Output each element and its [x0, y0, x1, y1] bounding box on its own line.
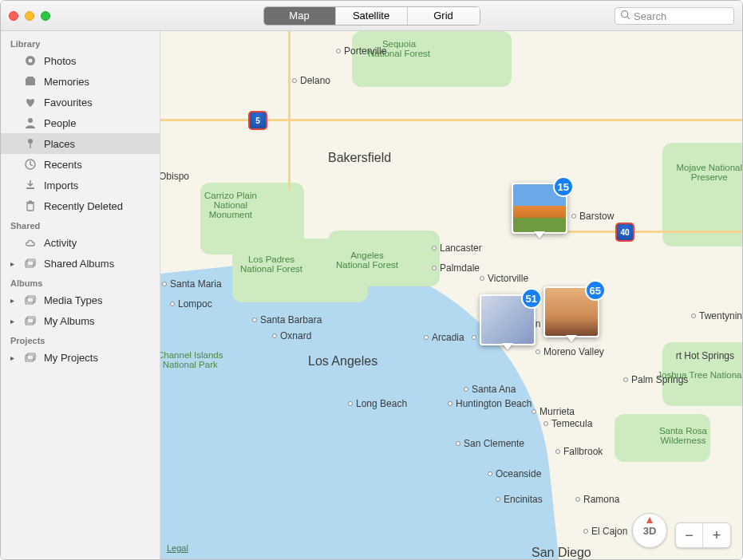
svg-rect-4: [26, 78, 35, 85]
svg-point-0: [622, 11, 628, 18]
search-field[interactable]: Search: [615, 7, 734, 25]
sidebar-item-favourites[interactable]: Favourites: [1, 92, 160, 112]
map-controls: 3D − +: [632, 513, 731, 548]
disclosure-triangle-icon[interactable]: ▸: [10, 259, 17, 268]
interstate-shield: 5: [248, 111, 267, 130]
legal-link[interactable]: Legal: [167, 543, 188, 553]
sidebar-item-label: Memories: [44, 76, 89, 88]
sidebar-item-label: My Projects: [44, 352, 98, 364]
sidebar-item-activity[interactable]: Activity: [1, 232, 160, 253]
city-label: Santa Barbara: [252, 314, 322, 325]
city-label: Fallbrook: [555, 446, 603, 457]
city-label: Lompoc: [170, 298, 212, 310]
sidebar-item-label: Places: [44, 138, 75, 150]
photo-cluster[interactable]: 65: [543, 286, 599, 337]
zoom-out-button[interactable]: −: [676, 523, 703, 547]
cluster-count-badge: 65: [585, 280, 606, 301]
sidebar-item-my-albums[interactable]: ▸ My Albums: [1, 310, 160, 331]
city-label: Palmdale: [432, 262, 480, 274]
sidebar-item-label: Photos: [44, 55, 76, 67]
map-view[interactable]: 5 40 SequoiaNational Forest Carrizo Plai…: [160, 31, 742, 559]
svg-rect-10: [26, 187, 34, 189]
sidebar-item-label: Activity: [44, 237, 77, 249]
map-road: [567, 231, 742, 233]
sidebar-item-label: Media Types: [44, 294, 102, 306]
sidebar-item-label: Recents: [44, 159, 82, 171]
city-label: Lancaster: [432, 243, 482, 254]
sidebar-section-projects: Projects: [1, 331, 160, 347]
minimize-window-button[interactable]: [25, 11, 34, 21]
city-label: Los Angeles: [308, 354, 377, 369]
photo-cluster[interactable]: 15: [512, 183, 567, 234]
sidebar-item-shared-albums[interactable]: ▸ Shared Albums: [1, 253, 160, 274]
compass-3d-button[interactable]: 3D: [632, 513, 667, 548]
download-icon: [23, 178, 38, 192]
cluster-count-badge: 51: [521, 288, 542, 309]
city-label: Encinitas: [496, 494, 543, 505]
fullscreen-window-button[interactable]: [41, 11, 50, 21]
sidebar-item-places[interactable]: Places: [1, 133, 160, 154]
sidebar-item-recently-deleted[interactable]: Recently Deleted: [1, 195, 160, 216]
view-tab-map[interactable]: Map: [264, 7, 336, 25]
view-mode-segmented-control: Map Satellite Grid: [263, 6, 480, 26]
sidebar-item-imports[interactable]: Imports: [1, 175, 160, 195]
sidebar: Library Photos Memories Favourites Peopl…: [1, 31, 160, 559]
city-label: Palm Springs: [623, 374, 688, 385]
zoom-control: − +: [675, 523, 731, 548]
sidebar-item-people[interactable]: People: [1, 112, 160, 133]
park-label: Los PadresNational Forest: [240, 254, 302, 274]
city-label: Ramona: [575, 494, 619, 505]
view-tab-satellite[interactable]: Satellite: [336, 7, 408, 25]
city-label: Long Beach: [348, 398, 407, 409]
clock-icon: [23, 157, 38, 172]
view-tab-grid[interactable]: Grid: [408, 7, 480, 25]
sidebar-item-memories[interactable]: Memories: [1, 71, 160, 92]
search-placeholder: Search: [634, 10, 666, 22]
photo-cluster[interactable]: 51: [480, 294, 536, 345]
city-label: Oceanside: [488, 468, 541, 479]
sidebar-item-photos[interactable]: Photos: [1, 50, 160, 71]
city-label: Oxnard: [272, 330, 311, 341]
park-label: Santa RosaWilderness: [659, 426, 707, 445]
search-icon: [620, 10, 630, 22]
sidebar-section-shared: Shared: [1, 216, 160, 232]
disclosure-triangle-icon[interactable]: ▸: [10, 296, 17, 305]
svg-rect-11: [27, 203, 34, 211]
city-label: Arcadia: [424, 332, 464, 343]
interstate-shield: 40: [615, 223, 634, 242]
disclosure-triangle-icon[interactable]: ▸: [10, 317, 17, 325]
disclosure-triangle-icon[interactable]: ▸: [10, 353, 17, 362]
sidebar-item-label: People: [44, 117, 76, 129]
svg-point-6: [28, 118, 33, 123]
city-label: Twentynin: [691, 310, 742, 321]
close-window-button[interactable]: [9, 11, 18, 21]
window-titlebar: Map Satellite Grid Search: [1, 1, 742, 31]
person-icon: [23, 116, 38, 130]
svg-point-3: [29, 59, 33, 63]
svg-rect-12: [26, 202, 34, 203]
sidebar-item-media-types[interactable]: ▸ Media Types: [1, 290, 160, 310]
city-label: Obispo: [160, 171, 189, 182]
sidebar-item-my-projects[interactable]: ▸ My Projects: [1, 347, 160, 368]
sidebar-item-label: Imports: [44, 179, 78, 191]
zoom-in-button[interactable]: +: [703, 523, 730, 547]
album-stack-icon: [23, 293, 38, 307]
trash-icon: [23, 199, 38, 213]
compass-label: 3D: [643, 525, 657, 537]
cluster-pointer-icon: [566, 335, 577, 342]
sidebar-item-label: Shared Albums: [44, 258, 114, 270]
pin-icon: [23, 136, 38, 151]
city-label: Victorville: [480, 273, 528, 284]
svg-rect-8: [30, 143, 30, 148]
sidebar-item-label: My Albums: [44, 315, 95, 327]
sidebar-item-label: Favourites: [44, 97, 93, 108]
city-label: Temecula: [543, 418, 592, 429]
cloud-icon: [23, 235, 38, 250]
album-stack-icon: [23, 350, 38, 365]
city-label: Bakersfield: [328, 151, 391, 165]
cluster-pointer-icon: [534, 231, 545, 239]
compass-needle-icon: [646, 517, 653, 523]
city-label: San Diego: [532, 546, 591, 559]
cluster-pointer-icon: [502, 343, 513, 350]
sidebar-item-recents[interactable]: Recents: [1, 154, 160, 175]
